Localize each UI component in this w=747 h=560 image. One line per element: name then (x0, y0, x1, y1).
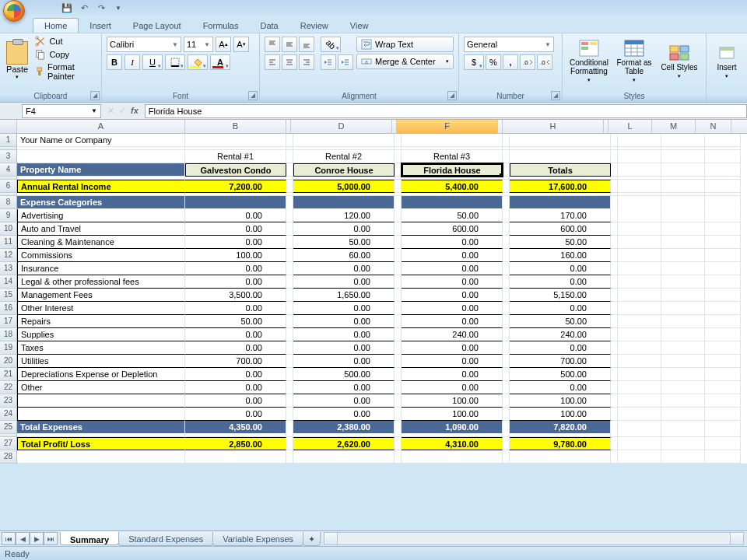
cell[interactable] (17, 450, 185, 464)
cell[interactable]: Conroe House (293, 163, 395, 177)
cell[interactable]: Supplies (17, 328, 185, 341)
cell[interactable] (705, 196, 741, 209)
cell[interactable] (705, 134, 741, 147)
name-box[interactable]: F4▼ (22, 104, 101, 118)
tab-review[interactable]: Review (289, 19, 339, 33)
col-header-L[interactable]: L (608, 120, 652, 133)
number-launcher-icon[interactable]: ◢ (551, 91, 560, 100)
cell[interactable]: 3,500.00 (185, 289, 286, 302)
cell[interactable]: 0.00 (402, 236, 503, 249)
cell[interactable] (705, 236, 741, 249)
cell[interactable] (503, 289, 510, 302)
row-header[interactable]: 20 (0, 355, 17, 368)
cell[interactable]: 0.00 (402, 249, 503, 262)
alignment-launcher-icon[interactable]: ◢ (447, 91, 457, 100)
cell[interactable]: 0.00 (402, 302, 503, 315)
align-left-button[interactable] (265, 54, 280, 70)
cell[interactable] (286, 381, 293, 394)
tab-view[interactable]: View (339, 19, 380, 33)
cell[interactable] (661, 249, 705, 262)
cell[interactable]: 600.00 (510, 222, 611, 236)
font-launcher-icon[interactable]: ◢ (248, 91, 258, 100)
cell[interactable]: 0.00 (185, 394, 286, 408)
cell[interactable]: 170.00 (510, 209, 611, 222)
cell[interactable] (618, 150, 661, 163)
cell[interactable] (395, 134, 402, 147)
cell[interactable]: 0.00 (185, 222, 286, 236)
cell[interactable] (661, 381, 705, 394)
cell[interactable] (503, 315, 510, 328)
copy-button[interactable]: Copy (33, 48, 96, 61)
cell[interactable] (611, 222, 618, 236)
cell[interactable] (618, 450, 661, 464)
cell[interactable]: Management Fees (17, 289, 185, 302)
cell[interactable]: 0.00 (293, 222, 395, 236)
cell[interactable]: 0.00 (402, 381, 503, 394)
row-header[interactable]: 10 (0, 222, 17, 236)
cell[interactable] (286, 394, 293, 408)
cell[interactable]: Insurance (17, 262, 185, 275)
cell[interactable] (503, 236, 510, 249)
cell[interactable]: 0.00 (510, 381, 611, 394)
row-header[interactable]: 13 (0, 262, 17, 275)
tab-insert[interactable]: Insert (79, 19, 122, 33)
qat-dropdown-icon[interactable]: ▼ (112, 2, 124, 14)
cell[interactable] (705, 408, 741, 421)
cell[interactable] (503, 421, 510, 434)
col-header-F[interactable]: F (397, 120, 498, 133)
cell[interactable]: 0.00 (510, 302, 611, 315)
cell[interactable] (705, 150, 741, 163)
cell[interactable]: 0.00 (402, 355, 503, 368)
cell[interactable] (185, 450, 286, 464)
cell[interactable] (705, 289, 741, 302)
italic-button[interactable]: I (124, 54, 140, 70)
cell[interactable]: 0.00 (185, 262, 286, 275)
cell[interactable]: Depreciations Expense or Depletion (17, 368, 185, 381)
cell[interactable] (618, 408, 661, 421)
cell[interactable]: Other Interest (17, 302, 185, 315)
cell[interactable] (395, 381, 402, 394)
tab-data[interactable]: Data (249, 19, 289, 33)
cell[interactable] (611, 315, 618, 328)
cell[interactable] (503, 262, 510, 275)
cell[interactable]: Rental #2 (293, 150, 395, 163)
cell[interactable] (611, 450, 618, 464)
cell[interactable] (705, 163, 741, 177)
cell[interactable]: Other (17, 381, 185, 394)
cell[interactable]: Galveston Condo (185, 163, 286, 177)
row-header[interactable]: 6 (0, 180, 17, 193)
cell[interactable]: Your Name or Company (17, 134, 185, 147)
cell[interactable]: 0.00 (402, 262, 503, 275)
align-right-button[interactable] (299, 54, 314, 70)
cell[interactable] (618, 289, 661, 302)
tab-last-icon[interactable]: ⏭ (44, 532, 58, 545)
fx-icon[interactable]: fx (131, 106, 139, 116)
tab-prev-icon[interactable]: ◀ (16, 532, 30, 545)
cell[interactable] (661, 341, 705, 355)
cell[interactable] (661, 355, 705, 368)
cell[interactable] (286, 150, 293, 163)
col-header-N[interactable]: N (696, 120, 731, 133)
cell[interactable] (618, 355, 661, 368)
border-button[interactable]: ▾ (165, 54, 185, 70)
cell[interactable] (611, 262, 618, 275)
column-headers[interactable]: ABDFHLMN (0, 120, 747, 134)
cell[interactable] (503, 341, 510, 355)
orientation-button[interactable]: ab▾ (321, 37, 341, 52)
undo-icon[interactable]: ↶ (78, 2, 90, 14)
cell[interactable] (286, 289, 293, 302)
cell[interactable] (395, 196, 402, 209)
cell[interactable] (618, 302, 661, 315)
office-button[interactable] (2, 0, 30, 16)
cell[interactable]: Rental #3 (402, 150, 503, 163)
cell[interactable] (510, 134, 611, 147)
cell[interactable] (286, 315, 293, 328)
shrink-font-button[interactable]: A▾ (233, 37, 249, 52)
save-icon[interactable]: 💾 (61, 2, 73, 14)
cell[interactable]: 4,350.00 (185, 421, 286, 434)
cell[interactable] (286, 437, 293, 450)
cell[interactable]: 0.00 (402, 315, 503, 328)
cell[interactable]: 50.00 (185, 315, 286, 328)
cell[interactable] (395, 315, 402, 328)
sheet-tab-standard-expenses[interactable]: Standard Expenses (118, 532, 213, 546)
